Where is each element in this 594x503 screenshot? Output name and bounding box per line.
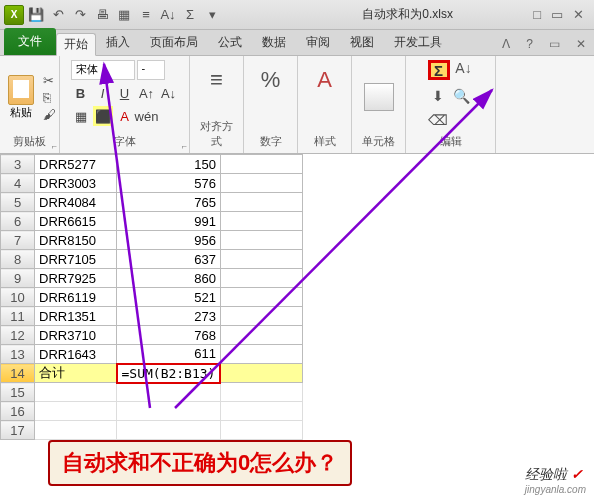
table-row[interactable]: 8DRR7105637 [1,250,303,269]
cell[interactable] [117,402,221,421]
tab-insert[interactable]: 插入 [96,30,140,55]
cell[interactable]: 150 [117,155,221,174]
cell[interactable]: 521 [117,288,221,307]
cut-icon[interactable]: ✂ [43,73,56,88]
qat-icon[interactable]: ≡ [136,5,156,25]
fill-color-icon[interactable]: ⬛ [93,106,113,126]
cell[interactable] [220,402,302,421]
ribbon-collapse-icon[interactable]: ᐱ [494,33,518,55]
cell[interactable]: DRR5277 [35,155,117,174]
table-row[interactable]: 6DRR6615991 [1,212,303,231]
cell[interactable]: 765 [117,193,221,212]
row-header[interactable]: 8 [1,250,35,269]
cell[interactable] [220,326,302,345]
cell[interactable] [220,155,302,174]
phonetic-icon[interactable]: wén [137,106,157,126]
decrease-font-icon[interactable]: A↓ [159,83,179,103]
cell[interactable]: DRR6119 [35,288,117,307]
table-row[interactable]: 12DRR3710768 [1,326,303,345]
cell[interactable]: DRR3710 [35,326,117,345]
excel-logo-icon[interactable]: X [4,5,24,25]
cell[interactable] [220,421,302,440]
cell[interactable] [220,307,302,326]
cell[interactable] [117,383,221,402]
cell[interactable]: 860 [117,269,221,288]
row-header[interactable]: 7 [1,231,35,250]
sort-filter-icon[interactable]: A↓ [454,60,474,80]
cell[interactable] [35,421,117,440]
print-icon[interactable]: 🖶 [92,5,112,25]
bold-button[interactable]: B [71,83,91,103]
qat-dropdown-icon[interactable]: ▾ [202,5,222,25]
row-header[interactable]: 4 [1,174,35,193]
increase-font-icon[interactable]: A↑ [137,83,157,103]
help-icon[interactable]: ? [518,33,541,55]
tab-dev[interactable]: 开发工具 [384,30,452,55]
font-name-select[interactable]: 宋体 [71,60,135,80]
qat-sort-icon[interactable]: A↓ [158,5,178,25]
table-row[interactable]: 5DRR4084765 [1,193,303,212]
save-icon[interactable]: 💾 [26,5,46,25]
fill-icon[interactable]: ⬇ [428,88,448,104]
cell[interactable] [35,402,117,421]
cell[interactable] [35,383,117,402]
cell[interactable]: 956 [117,231,221,250]
row-header[interactable]: 13 [1,345,35,364]
table-row[interactable]: 10DRR6119521 [1,288,303,307]
worksheet[interactable]: 3DRR52771504DRR30035765DRR40847656DRR661… [0,154,594,440]
row-header[interactable]: 15 [1,383,35,402]
cell[interactable]: DRR3003 [35,174,117,193]
close-button[interactable]: ✕ [573,7,584,22]
table-row[interactable]: 9DRR7925860 [1,269,303,288]
cell[interactable]: 合计 [35,364,117,383]
row-header[interactable]: 6 [1,212,35,231]
tab-formula[interactable]: 公式 [208,30,252,55]
font-color-icon[interactable]: A [115,106,135,126]
row-header[interactable]: 11 [1,307,35,326]
row-header[interactable]: 14 [1,364,35,383]
cell[interactable] [220,212,302,231]
cell[interactable] [220,288,302,307]
table-row[interactable]: 15 [1,383,303,402]
cell[interactable] [117,421,221,440]
undo-icon[interactable]: ↶ [48,5,68,25]
table-row[interactable]: 4DRR3003576 [1,174,303,193]
paste-button[interactable]: 粘贴 [3,73,39,121]
cell[interactable] [220,193,302,212]
border-icon[interactable]: ▦ [71,106,91,126]
row-header[interactable]: 12 [1,326,35,345]
cell[interactable]: 576 [117,174,221,193]
dialog-launcher-icon[interactable]: ⌐ [52,141,57,151]
italic-button[interactable]: I [93,83,113,103]
row-header[interactable]: 9 [1,269,35,288]
row-header[interactable]: 17 [1,421,35,440]
cell[interactable]: DRR8150 [35,231,117,250]
redo-icon[interactable]: ↷ [70,5,90,25]
row-header[interactable]: 10 [1,288,35,307]
table-row[interactable]: 13DRR1643611 [1,345,303,364]
cell[interactable] [220,364,302,383]
alignment-icon[interactable]: ≡ [210,60,223,100]
table-row[interactable]: 17 [1,421,303,440]
number-format-icon[interactable]: % [261,60,281,100]
tab-review[interactable]: 审阅 [296,30,340,55]
cell[interactable]: DRR4084 [35,193,117,212]
table-row[interactable]: 16 [1,402,303,421]
cell[interactable]: DRR1351 [35,307,117,326]
cell[interactable] [220,250,302,269]
autosum-button[interactable]: Σ [428,60,450,80]
format-painter-icon[interactable]: 🖌 [43,107,56,122]
row-header[interactable]: 3 [1,155,35,174]
clear-icon[interactable]: ⌫ [428,112,448,128]
cell[interactable]: DRR7105 [35,250,117,269]
cell[interactable] [220,345,302,364]
cell[interactable]: 273 [117,307,221,326]
close-sheet-icon[interactable]: ✕ [568,33,594,55]
font-size-select[interactable]: - [137,60,165,80]
cell[interactable]: DRR7925 [35,269,117,288]
row-header[interactable]: 5 [1,193,35,212]
styles-icon[interactable]: A [317,60,332,100]
table-row[interactable]: 7DRR8150956 [1,231,303,250]
table-row-sum[interactable]: 14合计=SUM(B2:B13) [1,364,303,383]
underline-button[interactable]: U [115,83,135,103]
